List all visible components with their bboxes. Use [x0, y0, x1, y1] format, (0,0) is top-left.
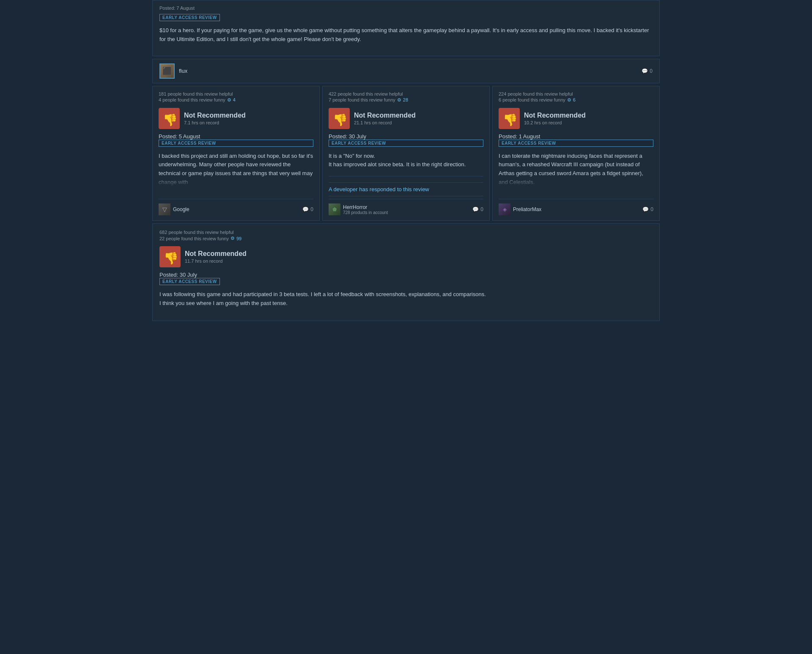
review-grid: 181 people found this review helpful 4 p… [152, 86, 660, 221]
review-3-badge: EARLY ACCESS REVIEW [499, 140, 653, 147]
review-3-footer: ◈ PreliatorMax 💬 0 [499, 199, 653, 215]
review-1-funny-text: 4 people found this review funny [159, 97, 225, 102]
review-1-comment-count: 0 [310, 206, 313, 212]
review-1-rec-row: 👎 Not Recommended 7.1 hrs on record [159, 108, 313, 129]
comment-icon-3: 💬 [642, 206, 649, 212]
review-3-username[interactable]: PreliatorMax [513, 206, 541, 212]
bottom-funny: 22 people found this review funny ⚙ 99 [159, 236, 653, 241]
review-2-not-recommended: Not Recommended [354, 112, 416, 119]
review-3-posted: Posted: 1 August [499, 133, 653, 140]
review-2-hours: 21.1 hrs on record [354, 120, 416, 125]
bottom-award-count: 99 [236, 236, 241, 241]
review-card-1: 181 people found this review helpful 4 p… [152, 86, 320, 221]
review-3-helpful: 224 people found this review helpful [499, 91, 653, 96]
svg-text:👎: 👎 [333, 113, 348, 127]
review-2-footer: ⬟ HerrHorror 728 products in account 💬 0 [329, 199, 483, 215]
top-review-text: $10 for a hero. If your paying for the g… [159, 26, 653, 44]
thumbs-down-icon-1: 👎 [159, 108, 180, 129]
review-1-footer-user: Google [173, 206, 189, 212]
review-3-hours: 10.2 hrs on record [524, 120, 586, 125]
review-1-badge: EARLY ACCESS REVIEW [159, 140, 313, 147]
review-3-award-count: 6 [573, 97, 576, 102]
review-1-avatar: ▽ [159, 203, 170, 215]
bottom-funny-text: 22 people found this review funny [159, 236, 229, 241]
review-1-not-recommended: Not Recommended [184, 112, 246, 119]
review-2-products: 728 products in account [343, 210, 388, 215]
review-2-comment-count: 0 [480, 206, 483, 212]
bottom-hours: 11.7 hrs on record [185, 258, 247, 264]
top-review-comment-count: 0 [650, 68, 653, 74]
svg-text:👎: 👎 [164, 251, 178, 265]
review-2-funny-text: 7 people found this review funny [329, 97, 395, 102]
thumbs-down-icon-bottom: 👎 [159, 246, 181, 267]
review-card-2: 422 people found this review helpful 7 p… [322, 86, 490, 221]
review-2-footer-user: HerrHorror 728 products in account [343, 204, 388, 215]
review-3-rec-row: 👎 Not Recommended 10.2 hrs on record [499, 108, 653, 129]
bottom-rec-info: Not Recommended 11.7 hrs on record [185, 250, 247, 264]
review-3-rec-info: Not Recommended 10.2 hrs on record [524, 112, 586, 125]
review-1-funny: 4 people found this review funny ⚙ 4 [159, 97, 313, 103]
review-1-footer: ▽ Google 💬 0 [159, 199, 313, 215]
review-2-comment: 💬 0 [472, 206, 483, 212]
bottom-helpful: 682 people found this review helpful [159, 230, 653, 235]
bottom-review-card: 682 people found this review helpful 22 … [152, 223, 660, 321]
comment-icon-2: 💬 [472, 206, 479, 212]
bottom-not-recommended: Not Recommended [185, 250, 247, 258]
thumbs-down-icon-2: 👎 [329, 108, 350, 129]
top-review-comment-icon: 💬 0 [642, 68, 653, 74]
thumbs-down-icon-3: 👎 [499, 108, 520, 129]
review-3-avatar: ◈ [499, 203, 510, 215]
comment-bubble-icon: 💬 [642, 68, 648, 74]
bottom-badge: EARLY ACCESS REVIEW [159, 278, 220, 285]
top-review-username[interactable]: flux [179, 68, 187, 74]
review-2-text: It is a "No" for now. It has improved al… [329, 152, 483, 170]
review-1-posted: Posted: 5 August [159, 133, 313, 140]
top-review-badge: EARLY ACCESS REVIEW [159, 14, 220, 21]
developer-response-link[interactable]: A developer has responded to this review [329, 182, 483, 196]
review-1-username[interactable]: Google [173, 206, 189, 212]
top-review-user-info: ⬛ flux [159, 63, 187, 79]
review-2-rec-info: Not Recommended 21.1 hrs on record [354, 112, 416, 125]
svg-text:👎: 👎 [163, 113, 178, 127]
top-review-avatar: ⬛ [159, 63, 175, 79]
review-1-helpful: 181 people found this review helpful [159, 91, 313, 96]
top-review-posted-date: Posted: 7 August [159, 5, 653, 11]
award-icon-2: ⚙ [397, 97, 401, 103]
bottom-text-1: I was following this game and had partic… [159, 291, 486, 297]
bottom-text-2: I think you see where I am going with th… [159, 300, 288, 306]
top-review-card: Posted: 7 August EARLY ACCESS REVIEW $10… [152, 0, 660, 56]
svg-text:👎: 👎 [503, 113, 518, 127]
review-3-text: I can tolerate the nightmare inducing fa… [499, 152, 653, 187]
review-3-not-recommended: Not Recommended [524, 112, 586, 119]
scrollbar[interactable] [808, 0, 812, 654]
review-1-comment: 💬 0 [302, 206, 313, 212]
review-3-comment-count: 0 [650, 206, 653, 212]
bottom-review-text: I was following this game and had partic… [159, 290, 653, 308]
review-2-posted: Posted: 30 July [329, 133, 483, 140]
comment-icon-1: 💬 [302, 206, 309, 212]
review-1-text: I backed this project and still am holdi… [159, 152, 313, 187]
award-icon-1: ⚙ [227, 97, 231, 103]
award-icon-3: ⚙ [567, 97, 571, 103]
review-2-helpful: 422 people found this review helpful [329, 91, 483, 96]
review-2-divider [329, 176, 483, 176]
review-2-badge: EARLY ACCESS REVIEW [329, 140, 483, 147]
review-2-username[interactable]: HerrHorror [343, 204, 388, 210]
review-card-3: 224 people found this review helpful 6 p… [492, 86, 660, 221]
review-3-funny: 6 people found this review funny ⚙ 6 [499, 97, 653, 103]
review-3-comment: 💬 0 [642, 206, 653, 212]
review-3-funny-text: 6 people found this review funny [499, 97, 565, 102]
review-2-rec-row: 👎 Not Recommended 21.1 hrs on record [329, 108, 483, 129]
review-1-rec-info: Not Recommended 7.1 hrs on record [184, 112, 246, 125]
review-2-funny: 7 people found this review funny ⚙ 28 [329, 97, 483, 103]
review-1-hours: 7.1 hrs on record [184, 120, 246, 125]
top-review-user-row: ⬛ flux 💬 0 [152, 59, 660, 83]
bottom-rec-row: 👎 Not Recommended 11.7 hrs on record [159, 246, 653, 267]
review-3-footer-user: PreliatorMax [513, 206, 541, 212]
review-2-avatar: ⬟ [329, 203, 340, 215]
review-1-award-count: 4 [233, 97, 236, 102]
review-2-award-count: 28 [403, 97, 408, 102]
award-icon-bottom: ⚙ [230, 236, 235, 241]
bottom-posted: Posted: 30 July [159, 272, 653, 278]
